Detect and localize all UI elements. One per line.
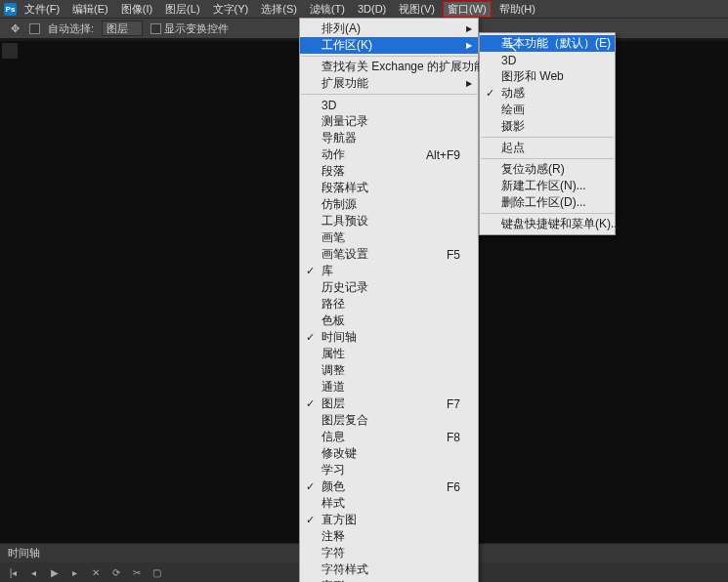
menu-panel-图层复合[interactable]: 图层复合 [300, 412, 478, 429]
menu-panel-3D[interactable]: 3D [300, 97, 478, 113]
menu-panel-图层[interactable]: ✓图层F7 [300, 395, 478, 412]
menu-panel-注释[interactable]: 注释 [300, 528, 478, 545]
workspace-动感[interactable]: ✓动感 [480, 85, 615, 102]
auto-select-label: 自动选择: [48, 21, 94, 36]
workspace-new[interactable]: 新建工作区(N)... [480, 178, 615, 194]
mute-icon[interactable]: ✕ [90, 567, 101, 578]
check-icon: ✓ [306, 480, 315, 493]
menu-panel-属性[interactable]: 属性 [300, 346, 478, 362]
menu-panel-画笔[interactable]: 画笔 [300, 229, 478, 246]
workspace-3D[interactable]: 3D [480, 52, 615, 68]
menu-exchange[interactable]: 查找有关 Exchange 的扩展功能... [300, 59, 478, 75]
submenu-arrow-icon: ▶ [466, 41, 472, 50]
prev-frame-icon[interactable]: ◂ [28, 567, 39, 578]
workspace-绘画[interactable]: 绘画 [480, 102, 615, 118]
workspace-essentials[interactable]: 基本功能（默认）(E) [480, 35, 615, 52]
menu-panel-库[interactable]: ✓库 [300, 263, 478, 279]
menu-panel-样式[interactable]: 样式 [300, 495, 478, 512]
submenu-arrow-icon: ▶ [466, 79, 472, 88]
transform-checkbox[interactable] [150, 23, 161, 34]
menu-panel-动作[interactable]: 动作Alt+F9 [300, 146, 478, 163]
menu-edit[interactable]: 编辑(E) [67, 1, 113, 18]
check-icon: ✓ [306, 331, 315, 344]
menu-panel-画笔设置[interactable]: 画笔设置F5 [300, 246, 478, 263]
scissors-icon[interactable]: ✂ [131, 567, 142, 578]
menu-panel-字形[interactable]: 字形 [300, 578, 478, 582]
play-icon[interactable]: ▶ [49, 567, 60, 578]
menu-filter[interactable]: 滤镜(T) [305, 1, 350, 18]
auto-select-dropdown[interactable]: 图层 [102, 21, 143, 36]
check-icon: ✓ [486, 87, 494, 100]
menu-window[interactable]: 窗口(W) [443, 1, 492, 18]
menu-workspace[interactable]: 工作区(K)▶ [300, 37, 478, 54]
menubar: Ps 文件(F) 编辑(E) 图像(I) 图层(L) 文字(Y) 选择(S) 滤… [0, 0, 728, 18]
menu-panel-工具预设[interactable]: 工具预设 [300, 213, 478, 229]
menu-separator [301, 56, 477, 57]
workspace-reset[interactable]: 复位动感(R) [480, 161, 615, 178]
menu-panel-直方图[interactable]: ✓直方图 [300, 512, 478, 528]
workspace-start[interactable]: 起点 [480, 140, 615, 156]
menu-panel-颜色[interactable]: ✓颜色F6 [300, 478, 478, 495]
menu-panel-导航器[interactable]: 导航器 [300, 130, 478, 146]
menu-help[interactable]: 帮助(H) [494, 1, 540, 18]
menu-panel-修改键[interactable]: 修改键 [300, 445, 478, 462]
move-tool-icon: ✥ [8, 21, 21, 35]
menu-panel-调整[interactable]: 调整 [300, 362, 478, 379]
menu-separator [481, 158, 614, 159]
submenu-arrow-icon: ▶ [466, 24, 472, 33]
auto-select-checkbox[interactable] [29, 23, 40, 34]
menu-panel-信息[interactable]: 信息F8 [300, 429, 478, 445]
menu-view[interactable]: 视图(V) [394, 1, 440, 18]
menu-separator [481, 213, 614, 214]
menu-panel-测量记录[interactable]: 测量记录 [300, 113, 478, 130]
menu-panel-仿制源[interactable]: 仿制源 [300, 196, 478, 213]
menu-panel-色板[interactable]: 色板 [300, 312, 478, 329]
next-frame-icon[interactable]: ▸ [69, 567, 80, 578]
app-icon: Ps [4, 3, 17, 16]
workspace-图形和 Web[interactable]: 图形和 Web [480, 68, 615, 85]
tool-corner[interactable] [2, 43, 18, 59]
check-icon: ✓ [306, 514, 315, 526]
workspace-shortcuts[interactable]: 键盘快捷键和菜单(K)... [480, 216, 615, 232]
transform-controls-toggle[interactable]: 显示变换控件 [150, 21, 229, 36]
transform-controls-label: 显示变换控件 [164, 21, 229, 36]
menu-extensions[interactable]: 扩展功能▶ [300, 75, 478, 92]
menu-type[interactable]: 文字(Y) [208, 1, 254, 18]
first-frame-icon[interactable]: |◂ [8, 567, 19, 578]
menu-panel-段落样式[interactable]: 段落样式 [300, 180, 478, 196]
menu-file[interactable]: 文件(F) [20, 1, 64, 18]
menu-panel-段落[interactable]: 段落 [300, 163, 478, 180]
menu-separator [301, 94, 477, 95]
menu-panel-通道[interactable]: 通道 [300, 379, 478, 395]
workspace-submenu: 基本功能（默认）(E) 3D图形和 Web✓动感绘画摄影 起点 复位动感(R) … [479, 32, 616, 235]
menu-panel-学习[interactable]: 学习 [300, 462, 478, 478]
menu-3d[interactable]: 3D(D) [353, 2, 391, 16]
menu-arrange[interactable]: 排列(A)▶ [300, 21, 478, 37]
window-menu-dropdown: 排列(A)▶ 工作区(K)▶ 查找有关 Exchange 的扩展功能... 扩展… [299, 18, 479, 582]
loop-icon[interactable]: ⟳ [110, 567, 121, 578]
menu-layer[interactable]: 图层(L) [160, 1, 204, 18]
transition-icon[interactable]: ▢ [151, 567, 162, 578]
workspace-摄影[interactable]: 摄影 [480, 118, 615, 135]
menu-separator [481, 137, 614, 138]
menu-panel-字符[interactable]: 字符 [300, 545, 478, 561]
menu-panel-路径[interactable]: 路径 [300, 296, 478, 312]
menu-image[interactable]: 图像(I) [116, 1, 157, 18]
workspace-delete[interactable]: 删除工作区(D)... [480, 194, 615, 211]
check-icon: ✓ [306, 397, 315, 410]
menu-panel-历史记录[interactable]: 历史记录 [300, 279, 478, 296]
check-icon: ✓ [306, 265, 315, 277]
menu-panel-字符样式[interactable]: 字符样式 [300, 561, 478, 578]
menu-panel-时间轴[interactable]: ✓时间轴 [300, 329, 478, 346]
menu-select[interactable]: 选择(S) [256, 1, 302, 18]
